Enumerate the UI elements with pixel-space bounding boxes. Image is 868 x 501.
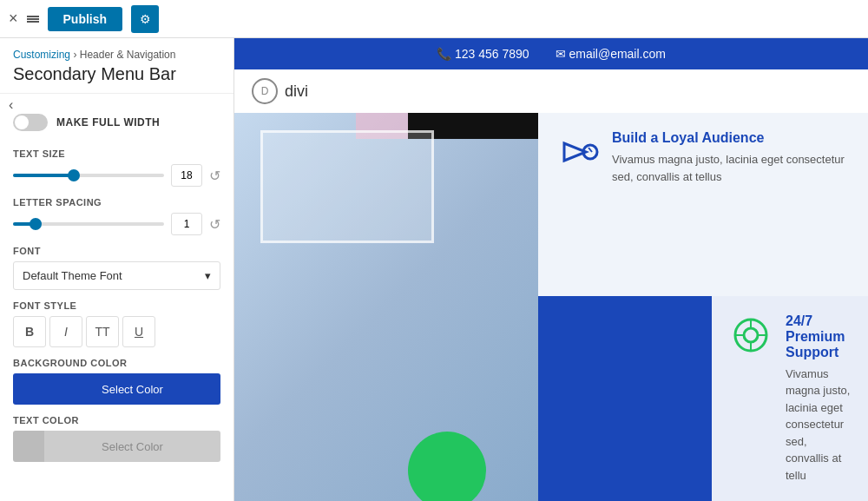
- breadcrumb-parent[interactable]: Customizing: [13, 49, 70, 61]
- sidebar-header: Customizing › Header & Navigation Second…: [0, 38, 233, 94]
- text-size-fill: [13, 174, 74, 177]
- divi-circle-icon: D: [252, 78, 278, 104]
- publish-button[interactable]: Publish: [48, 7, 123, 31]
- card-2-title: 24/7 Premium Support: [786, 313, 851, 360]
- underline-button[interactable]: U: [122, 316, 155, 347]
- card-1-desc: Vivamus magna justo, lacinia eget consec…: [612, 151, 851, 185]
- font-value: Default Theme Font: [23, 269, 122, 282]
- blue-left-panel: [538, 296, 712, 502]
- background-color-label: BACKGROUND COLOR: [13, 358, 220, 368]
- preview-content: Build a Loyal Audience Vivamus magna jus…: [234, 113, 868, 501]
- breadcrumb-separator: ›: [73, 49, 76, 61]
- make-full-width-label: MAKE FULL WIDTH: [56, 116, 160, 129]
- back-button[interactable]: ‹: [9, 97, 13, 113]
- divi-text: divi: [285, 82, 308, 101]
- preview-left-panel: [234, 113, 538, 501]
- make-full-width-row: MAKE FULL WIDTH: [13, 107, 220, 138]
- text-size-thumb[interactable]: [68, 169, 80, 181]
- svg-point-4: [744, 328, 758, 342]
- sidebar-title: Secondary Menu Bar: [13, 64, 220, 84]
- card-2-row: 24/7 Premium Support Vivamus magna justo…: [538, 296, 868, 502]
- text-size-reset[interactable]: ↺: [209, 168, 220, 184]
- text-size-value[interactable]: 18: [171, 164, 202, 187]
- card-1-text: Build a Loyal Audience Vivamus magna jus…: [612, 130, 851, 185]
- breadcrumb: Customizing › Header & Navigation: [13, 49, 220, 61]
- toolbar: × Publish ⚙: [0, 0, 868, 38]
- font-style-label: FONT STYLE: [13, 300, 220, 311]
- breadcrumb-child: Header & Navigation: [80, 49, 176, 61]
- letter-spacing-value[interactable]: 1: [171, 213, 202, 235]
- text-color-select-button[interactable]: Select Color: [44, 431, 220, 462]
- sidebar-content: MAKE FULL WIDTH TEXT SIZE 18 ↺ LETTER SP…: [0, 94, 233, 501]
- preview: 123 456 7890 email@email.com D divi: [234, 38, 868, 501]
- preview-email: email@email.com: [556, 47, 666, 61]
- arrows-button[interactable]: [27, 16, 39, 23]
- preview-nav: D divi: [234, 69, 868, 113]
- background-color-row: Select Color: [13, 373, 220, 405]
- svg-line-2: [589, 148, 592, 152]
- text-size-label: TEXT SIZE: [13, 148, 220, 159]
- background-color-select-button[interactable]: Select Color: [44, 373, 220, 405]
- card-2-desc: Vivamus magna justo, lacinia eget consec…: [786, 366, 851, 485]
- preview-green-circle: [408, 432, 486, 501]
- text-size-track[interactable]: [13, 174, 164, 177]
- sidebar: ‹ Customizing › Header & Navigation Seco…: [0, 38, 234, 501]
- letter-spacing-label: LETTER SPACING: [13, 197, 220, 208]
- chevron-down-icon: ▾: [205, 269, 211, 282]
- italic-button[interactable]: I: [49, 316, 82, 347]
- bold-button[interactable]: B: [13, 316, 46, 347]
- font-style-row: B I TT U: [13, 316, 220, 347]
- letter-spacing-track[interactable]: [13, 222, 164, 226]
- card-1: Build a Loyal Audience Vivamus magna jus…: [538, 113, 868, 296]
- card-2-icon: [729, 313, 773, 357]
- letter-spacing-reset[interactable]: ↺: [209, 216, 220, 233]
- preview-phone: 123 456 7890: [437, 47, 529, 61]
- preview-white-box: [260, 130, 434, 243]
- text-color-label: TEXT COLOR: [13, 415, 220, 425]
- font-label: FONT: [13, 246, 220, 256]
- main-layout: ‹ Customizing › Header & Navigation Seco…: [0, 38, 868, 501]
- text-color-swatch[interactable]: [13, 431, 44, 462]
- font-dropdown[interactable]: Default Theme Font ▾: [13, 261, 220, 290]
- preview-right-panel: Build a Loyal Audience Vivamus magna jus…: [538, 113, 868, 501]
- text-size-row: 18 ↺: [13, 164, 220, 187]
- text-color-row: Select Color: [13, 431, 220, 462]
- card-2-text: 24/7 Premium Support Vivamus magna justo…: [786, 313, 851, 485]
- divi-logo: D divi: [252, 78, 308, 104]
- letter-spacing-thumb[interactable]: [30, 218, 42, 230]
- preview-topbar: 123 456 7890 email@email.com: [234, 38, 868, 69]
- gear-button[interactable]: ⚙: [131, 5, 159, 33]
- letter-spacing-row: 1 ↺: [13, 213, 220, 235]
- card-1-icon: [556, 130, 599, 174]
- preview-image: [234, 113, 538, 501]
- card-2: 24/7 Premium Support Vivamus magna justo…: [712, 296, 868, 502]
- uppercase-button[interactable]: TT: [86, 316, 119, 347]
- card-1-title: Build a Loyal Audience: [612, 130, 851, 146]
- close-button[interactable]: ×: [9, 10, 18, 28]
- make-full-width-toggle[interactable]: [13, 114, 48, 131]
- background-color-swatch[interactable]: [13, 373, 44, 405]
